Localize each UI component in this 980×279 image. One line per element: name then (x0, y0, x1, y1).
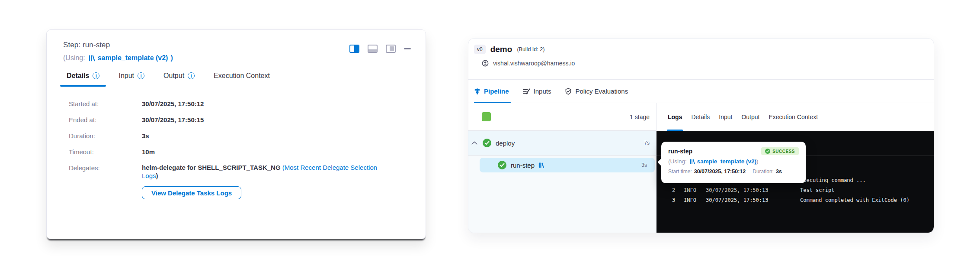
view-delegate-tasks-logs-button[interactable]: View Delegate Tasks Logs (142, 186, 241, 199)
user-avatar-icon (482, 60, 489, 67)
template-link[interactable]: sample_template (v2)) (89, 54, 173, 62)
using-prefix-label: (Using: (668, 158, 687, 165)
tab-policy-evaluations[interactable]: Policy Evaluations (565, 80, 628, 103)
tab-log-output[interactable]: Output (741, 103, 759, 131)
log-line-number: 3 (672, 195, 684, 205)
template-icon (89, 55, 95, 62)
tab-inputs-label: Inputs (534, 88, 551, 95)
log-console[interactable]: 1 INFO 30/07/2025, 17:50:13 Executing co… (657, 131, 934, 233)
tab-log-input[interactable]: Input (719, 103, 732, 131)
status-badge: SUCCESS (761, 147, 799, 155)
active-tab-underline (60, 85, 106, 87)
detail-value: 10m (142, 147, 382, 156)
tab-log-details[interactable]: Details (691, 103, 710, 131)
template-link-label: sample_template (v2) (697, 158, 756, 165)
log-line-time: 30/07/2025, 17:50:13 (706, 195, 800, 205)
detail-row-started: Started at: 30/07/2025, 17:50:12 (69, 99, 410, 108)
tab-execution-context[interactable]: Execution Context (214, 72, 270, 86)
execution-body: 1 stage deploy 7s run-step 3s (468, 103, 934, 233)
policy-shield-icon (565, 88, 572, 95)
execution-title-row: v0 demo (Build Id: 2) (474, 45, 925, 54)
duration-label: Duration: (753, 169, 774, 175)
tab-logs-label: Logs (668, 114, 682, 120)
detail-label: Timeout: (69, 147, 142, 156)
template-link[interactable]: sample_template (v2) (690, 158, 756, 165)
using-prefix-label: (Using: (63, 54, 85, 62)
pipeline-execution-panel: v0 demo (Build Id: 2) vishal.vishwaroop@… (468, 38, 934, 233)
tab-pipeline-label: Pipeline (484, 88, 509, 95)
step-name: run-step (511, 162, 535, 169)
bottom-panel-view-icon[interactable] (368, 45, 378, 53)
detail-label: Started at: (69, 99, 142, 108)
using-suffix: ) (756, 158, 759, 165)
tab-inputs[interactable]: Inputs (523, 80, 551, 103)
pipeline-title: demo (490, 45, 512, 54)
step-panel-titles: Step: run-step (Using: sample_template (… (63, 41, 173, 62)
log-line-time: 30/07/2025, 17:50:13 (706, 185, 800, 195)
tooltip-title-row: run-step SUCCESS (668, 147, 799, 155)
user-email: vishal.vishwaroop@harness.io (493, 60, 575, 67)
log-line-level: INFO (684, 185, 706, 195)
log-tabs: Logs Details Input Output Execution Cont… (657, 103, 934, 131)
chevron-up-icon[interactable] (471, 141, 477, 145)
log-panel: Logs Details Input Output Execution Cont… (657, 103, 934, 233)
log-line-message: Executing command ... (800, 175, 866, 185)
tooltip-arrow (657, 158, 665, 166)
tab-execution-context-label: Execution Context (214, 72, 270, 80)
tab-log-input-label: Input (719, 114, 732, 120)
tab-log-execution-context-label: Execution Context (769, 114, 818, 120)
detail-row-ended: Ended at: 30/07/2025, 17:50:15 (69, 115, 410, 124)
execution-tabs: Pipeline Inputs Policy Evaluations (468, 80, 934, 103)
step-panel-title: Step: run-step (63, 41, 173, 49)
duration-value: 3s (776, 169, 782, 175)
tab-logs[interactable]: Logs (668, 103, 682, 131)
info-icon[interactable] (188, 72, 195, 79)
detail-value: 3s (142, 131, 382, 140)
info-icon[interactable] (138, 72, 144, 79)
log-line: 2 INFO 30/07/2025, 17:50:13 Test script (672, 185, 934, 195)
stage-status-square-icon (482, 112, 491, 121)
info-icon[interactable] (93, 72, 99, 79)
detail-value: 30/07/2025, 17:50:15 (142, 115, 382, 124)
success-check-icon (498, 161, 506, 169)
step-panel-header: Step: run-step (Using: sample_template (… (47, 30, 426, 62)
status-badge-label: SUCCESS (772, 149, 795, 154)
stage-count-label: 1 stage (630, 114, 650, 120)
detail-label: Duration: (69, 131, 142, 140)
version-badge: v0 (474, 45, 486, 54)
detail-label: Ended at: (69, 115, 142, 124)
tab-log-output-label: Output (741, 114, 759, 120)
success-check-icon (765, 149, 770, 154)
template-icon (538, 162, 544, 168)
start-time-value: 30/07/2025, 17:50:12 (694, 169, 746, 175)
floating-panel-view-icon[interactable] (386, 45, 396, 53)
tab-output-label: Output (163, 72, 184, 80)
log-line-level: INFO (684, 195, 706, 205)
minimize-icon[interactable] (404, 45, 411, 49)
template-link-label: sample_template (v2) (98, 54, 168, 62)
tooltip-template-row: (Using: sample_template (v2) ) (668, 158, 799, 165)
tab-output[interactable]: Output (163, 72, 195, 86)
tab-details-label: Details (67, 72, 89, 80)
tab-details[interactable]: Details (67, 72, 99, 86)
stage-row-deploy[interactable]: deploy 7s (468, 131, 656, 156)
detail-row-duration: Duration: 3s (69, 131, 410, 140)
tab-input[interactable]: Input (118, 72, 144, 86)
delegate-logs-button-row: View Delegate Tasks Logs (142, 186, 410, 199)
stage-duration: 7s (644, 140, 650, 146)
stage-name: deploy (496, 140, 515, 147)
execution-header: v0 demo (Build Id: 2) vishal.vishwaroop@… (468, 39, 934, 80)
tab-pipeline[interactable]: Pipeline (474, 80, 509, 103)
detail-row-delegates: Delegates: helm-delegate for SHELL_SCRIP… (69, 163, 410, 180)
log-line-number: 2 (672, 185, 684, 195)
step-detail-list: Started at: 30/07/2025, 17:50:12 Ended a… (47, 86, 426, 199)
split-view-icon[interactable] (349, 45, 359, 53)
active-tab-underline (474, 102, 511, 103)
start-time-label: Start time: (668, 169, 692, 175)
tab-log-execution-context[interactable]: Execution Context (769, 103, 818, 131)
step-row-run-step[interactable]: run-step 3s (480, 158, 655, 172)
tooltip-times-row: Start time: 30/07/2025, 17:50:12 Duratio… (668, 169, 799, 175)
log-line-message: Command completed with ExitCode (0) (800, 195, 910, 205)
log-line-message: Test script (800, 185, 834, 195)
step-duration: 3s (641, 162, 647, 168)
